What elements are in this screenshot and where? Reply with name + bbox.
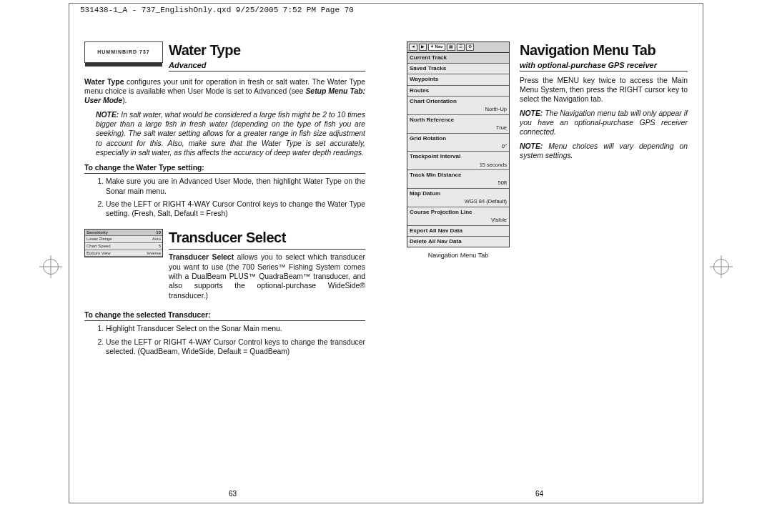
print-slug: 531438-1_A - 737_EnglishOnly.qxd 9/25/20… xyxy=(80,6,354,14)
nav-menu-value: Visible xyxy=(410,217,507,224)
nav-menu-value: North-Up xyxy=(410,106,507,113)
water-type-subhead: Advanced xyxy=(169,60,365,72)
nav-menu-value: 15 seconds xyxy=(410,162,507,169)
brand-thumbnail: HUMMINBIRD 737 xyxy=(84,41,162,73)
nav-tabbar: ◄▶✦ Nav▦☰⚙ xyxy=(407,41,510,53)
note-text: The Navigation menu tab will only appear… xyxy=(520,109,688,137)
water-type-heading-row: HUMMINBIRD 737 Water Type Advanced xyxy=(84,41,365,76)
note-label: NOTE: xyxy=(96,111,119,119)
content-area: HUMMINBIRD 737 Water Type Advanced Water… xyxy=(84,41,688,489)
note-text: In salt water, what would be considered … xyxy=(96,111,365,157)
brand-logo: HUMMINBIRD 737 xyxy=(84,41,163,63)
water-type-heading: Water Type xyxy=(169,41,365,60)
water-type-note: NOTE: In salt water, what would be consi… xyxy=(96,110,365,158)
nav-note-1: NOTE: The Navigation menu tab will only … xyxy=(520,109,688,137)
transducer-heading: Transducer Select xyxy=(169,229,365,247)
intro-bold: Water Type xyxy=(84,78,124,86)
step-item: Highlight Transducer Select on the Sonar… xyxy=(106,324,365,333)
step-item: Use the LEFT or RIGHT 4-WAY Cursor Contr… xyxy=(106,200,365,219)
nav-menu-row: Chart OrientationNorth-Up xyxy=(407,96,509,114)
heading-block: Water Type Advanced xyxy=(169,41,365,76)
note-label: NOTE: xyxy=(520,142,543,150)
step-item: Use the LEFT or RIGHT 4-WAY Cursor Contr… xyxy=(106,338,365,357)
heading-block: Transducer Select Transducer Select allo… xyxy=(169,229,365,305)
nav-menu-value: True xyxy=(410,124,507,132)
water-type-intro: Water Type configures your unit for oper… xyxy=(84,77,365,106)
nav-menu-row: Routes xyxy=(407,85,509,96)
transducer-intro-inline: Transducer Select allows you to select w… xyxy=(169,252,365,300)
right-column: ◄▶✦ Nav▦☰⚙ Current TrackSaved TracksWayp… xyxy=(407,41,688,489)
heading-rule xyxy=(169,248,365,250)
transducer-steps: Highlight Transducer Select on the Sonar… xyxy=(84,324,365,356)
nav-subhead: with optional-purchase GPS receiver xyxy=(520,60,688,72)
nav-menu-row: North ReferenceTrue xyxy=(407,114,509,133)
nav-menu-figure: ◄▶✦ Nav▦☰⚙ Current TrackSaved TracksWayp… xyxy=(407,41,510,247)
nav-menu-row: Grid Rotation0° xyxy=(407,133,509,152)
nav-menu-row: Course Projection LineVisible xyxy=(407,207,509,225)
nav-menu-row: Map DatumWGS 84 (Default) xyxy=(407,188,509,207)
registration-mark-left xyxy=(43,259,59,275)
nav-menu-value: WGS 84 (Default) xyxy=(410,198,507,205)
transducer-heading-row: Sensitivity10 Lower RangeAuto Chart Spee… xyxy=(84,229,365,305)
nav-menu-row: Current Track xyxy=(407,53,509,63)
water-type-steps: Make sure you are in Advanced User Mode,… xyxy=(84,177,365,218)
water-type-instr-head: To change the Water Type setting: xyxy=(84,163,365,174)
intro-bold: Transducer Select xyxy=(169,253,234,261)
nav-menu-row: Track Min Distance50ft xyxy=(407,169,509,188)
page-spread: { "header_slug": "531438-1_A - 737_Engli… xyxy=(0,0,772,532)
nav-figure-column: ◄▶✦ Nav▦☰⚙ Current TrackSaved TracksWayp… xyxy=(407,41,510,489)
left-column: HUMMINBIRD 737 Water Type Advanced Water… xyxy=(84,41,365,489)
intro-end: ). xyxy=(122,97,127,104)
nav-menu-row: Saved Tracks xyxy=(407,63,509,74)
registration-mark-right xyxy=(713,259,729,275)
nav-menu-value: 0° xyxy=(410,143,507,150)
nav-menu-row: Delete All Nav Data xyxy=(407,236,509,247)
step-item: Make sure you are in Advanced User Mode,… xyxy=(106,177,365,196)
note-text: Menu choices will vary depending on syst… xyxy=(520,142,688,159)
nav-heading: Navigation Menu Tab xyxy=(520,41,688,60)
nav-menu-row: Waypoints xyxy=(407,74,509,84)
nav-menu-value: 50ft xyxy=(410,179,507,187)
sonar-menu-graphic: Sensitivity10 Lower RangeAuto Chart Spee… xyxy=(84,229,163,257)
nav-figure-caption: Navigation Menu Tab xyxy=(407,252,510,260)
nav-tab-selected: ✦ Nav xyxy=(428,44,445,51)
transducer-instr-head: To change the selected Transducer: xyxy=(84,310,365,321)
sonar-menu-thumbnail: Sensitivity10 Lower RangeAuto Chart Spee… xyxy=(84,229,162,260)
nav-menu-row: Trackpoint Interval15 seconds xyxy=(407,151,509,169)
nav-note-2: NOTE: Menu choices will vary depending o… xyxy=(520,142,688,161)
nav-intro: Press the MENU key twice to access the M… xyxy=(520,76,688,104)
nav-menu-list: Current TrackSaved TracksWaypointsRoutes… xyxy=(407,53,510,247)
nav-text-column: Navigation Menu Tab with optional-purcha… xyxy=(520,41,688,489)
page-number-left: 63 xyxy=(229,490,237,498)
nav-menu-row: Export All Nav Data xyxy=(407,225,509,236)
page-number-right: 64 xyxy=(535,490,543,498)
note-label: NOTE: xyxy=(520,109,543,117)
